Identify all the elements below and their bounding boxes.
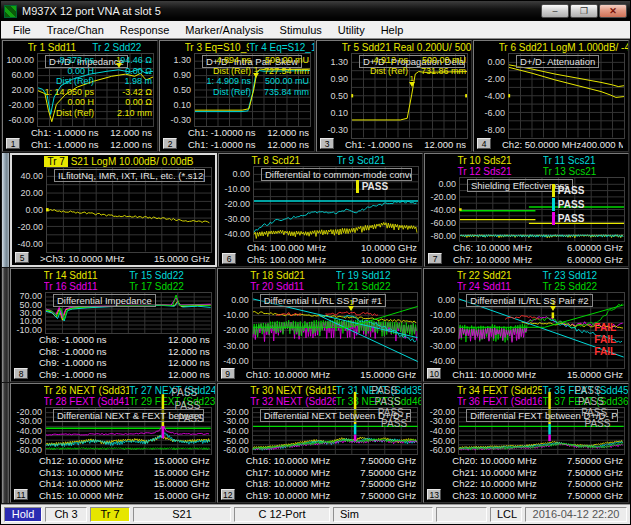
maximize-button[interactable]: ❐ <box>570 4 598 18</box>
trace-label[interactable]: Tr 13 Scs21 <box>543 166 628 177</box>
trace-label[interactable]: Tr 11 Scs21 <box>543 155 628 166</box>
trace-label[interactable]: Tr 34 FEXT (Sdd25) <box>457 385 543 396</box>
limit-pass-text: PASS <box>381 419 407 429</box>
trace-label[interactable]: Tr 9 Scd21 <box>337 155 422 166</box>
title-bar[interactable]: M937X 12 port VNA at slot 5 – ❐ ✕ <box>1 1 630 21</box>
trace-label[interactable]: Tr 8 Scd21 <box>251 155 336 166</box>
limit-marker-bar <box>356 180 359 193</box>
y-axis-label: -0.30 <box>170 115 191 125</box>
channel-stimulus-line: Ch21: 10.0000 MHz7.50000 GHz <box>452 467 623 479</box>
y-axis-label: 0.10 <box>330 108 348 118</box>
menu-utility[interactable]: Utility <box>330 22 373 38</box>
menu-marker-analysis[interactable]: Marker/Analysis <box>177 22 271 38</box>
channel-stimulus-line: Ch22: 10.0000 MHz7.50000 GHz <box>452 478 623 490</box>
graph-panel-6[interactable]: Tr 8 Scd21Tr 9 Scd210.00-10.00-20.00-30.… <box>218 153 423 267</box>
channel-start: Ch1: -1.0000 ns <box>31 127 99 139</box>
trace-label[interactable]: Tr 17 Sdd22 <box>129 281 215 292</box>
plot-area[interactable]: Differential to common-mode conversionPA… <box>253 166 419 242</box>
trace-label[interactable]: Tr 24 Sdd11 <box>457 281 543 292</box>
trace-label[interactable]: Tr 22 Sdd21 <box>457 270 543 281</box>
window-number-badge: 10 <box>427 368 441 379</box>
y-axis-label: -40.00 <box>430 356 456 366</box>
trace-label[interactable]: Tr 2 Sdd22 <box>92 42 157 53</box>
graph-panel-7[interactable]: Tr 10 Sds21Tr 11 Scs21Tr 12 Sds21Tr 13 S… <box>424 153 629 267</box>
graph-panel-10[interactable]: Tr 22 Sdd21Tr 23 Sdd12Tr 24 Sdd11Tr 25 S… <box>423 268 629 382</box>
close-button[interactable]: ✕ <box>599 4 627 18</box>
trace-label[interactable]: Tr 7 S21 LogM 10.00dB/ 0.00dB <box>44 156 215 167</box>
plot-area[interactable]: D+/D- Impedance8.373 ns94.46 Ω0.00 H0.00… <box>37 53 154 127</box>
trace-label[interactable]: Tr 14 Sdd11 <box>44 270 130 281</box>
y-axis-label: -40.00 <box>17 239 43 249</box>
limit-pass-indicator: PASS <box>375 397 401 407</box>
trace-label[interactable]: Tr 18 Sdd21 <box>250 270 336 281</box>
graph-panel-9[interactable]: Tr 18 Sdd21Tr 19 Sdd12Tr 20 Sdd11Tr 21 S… <box>217 268 423 382</box>
trace-label[interactable]: Tr 36 FEXT (Sdd16) <box>457 396 543 407</box>
graph-panel-8[interactable]: Tr 14 Sdd11Tr 15 Sdd22Tr 16 Sdd11Tr 17 S… <box>10 268 216 382</box>
graph-panel-1[interactable]: Tr 1 Sdd11Tr 2 Sdd22100.0060.0020.00-20.… <box>2 40 158 152</box>
limit-pass-indicator: PASS <box>171 388 197 398</box>
trace-label[interactable]: Tr 4 Eq=S12_11-S1 <box>249 42 314 53</box>
panel-body: 0.00-20.00-40.00-60.00-80.00Shielding Ef… <box>425 177 628 242</box>
trace-label[interactable]: Tr 16 Sdd11 <box>44 281 130 292</box>
plot-area[interactable]: Differential NEXT between D+/D- Pair oPA… <box>252 407 419 455</box>
trace-label[interactable]: Tr 6 Sdd21 LogM 1.000dB/ -4.00dB <box>499 42 628 53</box>
graph-panel-4[interactable]: Tr 6 Sdd21 LogM 1.000dB/ -4.00dB0.00-2.0… <box>473 40 629 152</box>
trace-label[interactable]: Tr 5 Sdd21 Real 0.200U/ 500mU <box>342 42 471 53</box>
trace-label[interactable]: Tr 21 Sdd22 <box>336 281 422 292</box>
trace-label[interactable]: Tr 1 Sdd11 <box>28 42 93 53</box>
plot-area[interactable]: Differential NEXT & FEXT between SS Pair… <box>45 407 212 455</box>
graph-panel-5[interactable]: Tr 7 S21 LogM 10.00dB/ 0.00dB40.0020.000… <box>10 153 217 267</box>
graph-panel-3[interactable]: Tr 5 Sdd21 Real 0.200U/ 500mU1.300.900.5… <box>316 40 472 152</box>
minimize-button[interactable]: – <box>541 4 569 18</box>
menu-trace-chan[interactable]: Trace/Chan <box>39 22 112 38</box>
channel-start: Ch16: 10.0000 MHz <box>246 455 331 467</box>
trace-label[interactable]: Tr 15 Sdd22 <box>129 270 215 281</box>
trace-label[interactable]: Tr 25 Sdd22 <box>542 281 628 292</box>
trace-label[interactable]: Tr 32 NEXT (Sdd26) <box>250 396 336 407</box>
marker-readout-value: 500.00 mU <box>251 55 309 66</box>
channel-stimulus-line: Ch1: -1.0000 ns12.000 ns <box>188 127 309 139</box>
graph-panel-11[interactable]: Tr 26 NEXT (Sdd31)Tr 27 NEXT (Sdd24)Tr 2… <box>10 383 216 503</box>
trace-label[interactable]: Tr 10 Sds21 <box>457 155 542 166</box>
trace-label[interactable]: Tr 12 Sds21 <box>457 166 542 177</box>
channel-stimulus-line: Ch8: -1.0000 ns12.000 ns <box>39 346 210 358</box>
plot-area[interactable]: D+/D- Propagation Delay4.912 ns500.00 mU… <box>351 53 468 139</box>
menu-help[interactable]: Help <box>373 22 412 38</box>
plot-area[interactable]: Differential IL/RL SS Pair #2FAILFAILFAI… <box>458 292 625 369</box>
trace-label[interactable]: Tr 30 NEXT (Sdd15) <box>250 385 336 396</box>
plot-area[interactable]: Differential IL/RL SS Pair #11 <box>252 292 419 369</box>
menu-file[interactable]: File <box>5 22 39 38</box>
y-axis-label: 0.10 <box>173 100 191 110</box>
limit-pass-indicator: PASS <box>381 419 407 429</box>
graph-panel-13[interactable]: Tr 34 FEXT (Sdd25)Tr 35 FEXT (Sdd45)Tr 3… <box>423 383 629 503</box>
y-axis-label: -20.00 <box>224 199 250 209</box>
marker-flag: 1 <box>253 66 259 78</box>
channel-stimulus-line: Ch16: 10.0000 MHz7.50000 GHz <box>246 455 417 467</box>
trace-label[interactable]: Tr 20 Sdd11 <box>250 281 336 292</box>
channel-start: Ch14: 10.0000 MHz <box>39 478 124 490</box>
menu-response[interactable]: Response <box>112 22 178 38</box>
channel-start: Ch9: -1.0000 ns <box>39 357 107 369</box>
plot-area[interactable]: Shielding EffectivenessPASSPASSPASS <box>459 177 625 242</box>
graph-panel-12[interactable]: Tr 30 NEXT (Sdd15)Tr 31 NEXT (Sdd35)Tr 3… <box>217 383 423 503</box>
plot-area[interactable]: D+/D- Intra Pair Skew4.894 ns500.00 mUDi… <box>194 53 311 127</box>
panel-body: 0.00-10.00-20.00-30.00-40.00Differential… <box>218 292 422 369</box>
graph-panel-2[interactable]: Tr 3 Eq=S10_9-S10Tr 4 Eq=S12_11-S11.300.… <box>159 40 315 152</box>
trace-label[interactable]: Tr 19 Sdd12 <box>336 270 422 281</box>
status-datetime: 2016-04-12 22:20 <box>525 507 627 522</box>
marker-readout-label: Dist (Ref) <box>185 87 251 98</box>
channel-stop: 12.000 ns <box>168 346 210 358</box>
panel-body: 1.300.900.500.10-0.30D+/D- Intra Pair Sk… <box>160 53 314 127</box>
plot-area[interactable]: Differential Impedance <box>45 292 212 334</box>
plot-area[interactable]: ILfitotNq, IMR, IXT, IRL, etc. (*.s12p) <box>46 167 212 253</box>
panel-footer: Ch10: 10.0000 MHz15.0000 GHz <box>218 369 422 382</box>
trace-label[interactable]: Tr 26 NEXT (Sdd31) <box>44 385 130 396</box>
y-axis-label: -20.00 <box>223 325 249 335</box>
menu-stimulus[interactable]: Stimulus <box>272 22 330 38</box>
plot-area[interactable]: D+/D- Attenuation <box>508 53 625 139</box>
trace-label[interactable]: Tr 23 Sdd12 <box>542 270 628 281</box>
trace-label[interactable]: Tr 28 FEXT (Sdd41) <box>44 396 130 407</box>
plot-area[interactable]: Differential FEXT between D+/D- Pair oPA… <box>458 407 625 455</box>
marker-readout-row: 4.894 ns500.00 mU <box>185 55 309 66</box>
trace-label[interactable]: Tr 3 Eq=S10_9-S10 <box>185 42 250 53</box>
